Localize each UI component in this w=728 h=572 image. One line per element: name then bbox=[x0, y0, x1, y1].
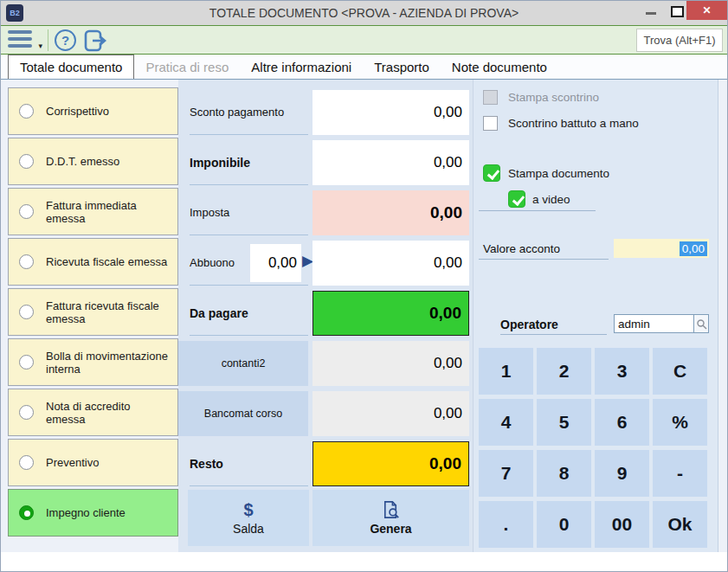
minimize-button[interactable] bbox=[639, 1, 663, 20]
doc-type-label: Impegno cliente bbox=[46, 506, 126, 519]
doc-type-label: D.D.T. emesso bbox=[46, 155, 119, 168]
valore-acconto-label: Valore acconto bbox=[483, 242, 560, 255]
exit-icon bbox=[84, 29, 108, 52]
hamburger-menu-button[interactable]: ▾ bbox=[8, 30, 42, 51]
doc-type-preventivo[interactable]: Preventivo bbox=[8, 439, 178, 486]
a-video-label: a video bbox=[532, 193, 570, 206]
stampa-scontrino-checkbox bbox=[483, 90, 498, 105]
doc-type-fattura-ricevuta-fiscale[interactable]: Fattura ricevuta fiscale emessa bbox=[8, 288, 178, 336]
numpad-key-clear[interactable]: C bbox=[653, 348, 707, 395]
abbuono-field[interactable]: 0,00 bbox=[312, 241, 469, 286]
help-icon: ? bbox=[61, 33, 69, 48]
imponibile-label: Imponibile bbox=[190, 140, 308, 185]
doc-type-bolla-movimentazione[interactable]: Bolla di movimentazione interna bbox=[8, 338, 178, 386]
title-bar: B2 TOTALE DOCUMENTO <PROVA - AZIENDA DI … bbox=[1, 1, 727, 25]
contanti2-field[interactable]: 0,00 bbox=[312, 341, 469, 386]
toolbar-separator bbox=[48, 29, 48, 51]
numpad-key-9[interactable]: 9 bbox=[595, 450, 649, 497]
radio-icon bbox=[19, 204, 34, 219]
radio-selected-icon bbox=[19, 505, 34, 520]
doc-type-label: Preventivo bbox=[46, 456, 99, 469]
sconto-pagamento-field[interactable]: 0,00 bbox=[312, 90, 469, 135]
operatore-search-button[interactable] bbox=[693, 314, 709, 333]
numpad-key-7[interactable]: 7 bbox=[479, 450, 533, 497]
numpad: 1 2 3 C 4 5 6 % 7 8 9 - . 0 00 Ok bbox=[479, 348, 707, 548]
tab-pratica-di-reso[interactable]: Pratica di reso bbox=[134, 55, 240, 79]
numpad-key-1[interactable]: 1 bbox=[479, 348, 533, 395]
numpad-key-minus[interactable]: - bbox=[653, 450, 707, 497]
abbuono-entry-field[interactable]: 0,00 bbox=[250, 244, 301, 282]
tab-note-documento[interactable]: Note documento bbox=[441, 55, 558, 79]
operatore-underline bbox=[500, 334, 607, 335]
numpad-key-ok[interactable]: Ok bbox=[653, 501, 707, 548]
doc-type-label: Fattura ricevuta fiscale emessa bbox=[46, 299, 171, 325]
numpad-key-3[interactable]: 3 bbox=[595, 348, 649, 395]
numpad-key-8[interactable]: 8 bbox=[537, 450, 591, 497]
maximize-button[interactable] bbox=[664, 1, 688, 20]
numpad-key-percent[interactable]: % bbox=[653, 399, 707, 446]
tab-altre-informazioni[interactable]: Altre informazioni bbox=[240, 55, 363, 79]
valore-acconto-field[interactable]: 0,00 bbox=[614, 239, 709, 258]
da-pagare-label: Da pagare bbox=[190, 291, 308, 336]
a-video-checkbox[interactable] bbox=[508, 190, 525, 208]
doc-type-label: Fattura immediata emessa bbox=[46, 199, 171, 225]
bancomat-corso-field[interactable]: 0,00 bbox=[312, 391, 469, 436]
doc-type-nota-accredito[interactable]: Nota di accredito emessa bbox=[8, 389, 178, 436]
doc-type-label: Corrispettivo bbox=[46, 105, 109, 118]
radio-icon bbox=[19, 355, 34, 370]
sconto-pagamento-label: Sconto pagamento bbox=[190, 90, 308, 135]
exit-button[interactable] bbox=[84, 29, 108, 52]
imposta-field: 0,00 bbox=[312, 190, 469, 235]
chevron-down-icon: ▾ bbox=[38, 42, 42, 50]
imponibile-field[interactable]: 0,00 bbox=[312, 140, 469, 185]
find-box[interactable]: Trova (Alt+F1) bbox=[636, 29, 723, 52]
stampa-documento-label: Stampa documento bbox=[508, 167, 609, 180]
salda-button[interactable]: $ Salda bbox=[188, 490, 309, 546]
radio-icon bbox=[19, 104, 34, 119]
valore-acconto-underline bbox=[479, 259, 609, 260]
stampa-scontrino-label: Stampa scontrino bbox=[508, 91, 599, 104]
options-divider bbox=[479, 210, 596, 211]
da-pagare-field: 0,00 bbox=[312, 291, 469, 336]
tab-trasporto[interactable]: Trasporto bbox=[363, 55, 441, 79]
close-button[interactable]: ✕ bbox=[686, 1, 727, 20]
bancomat-corso-label: Bancomat corso bbox=[178, 391, 308, 436]
numpad-key-2[interactable]: 2 bbox=[537, 348, 591, 395]
radio-icon bbox=[19, 305, 34, 319]
numpad-key-5[interactable]: 5 bbox=[537, 399, 591, 446]
radio-icon bbox=[19, 154, 34, 169]
numpad-key-0[interactable]: 0 bbox=[537, 501, 591, 548]
valore-acconto-value: 0,00 bbox=[680, 241, 707, 256]
tab-totale-documento[interactable]: Totale documento bbox=[8, 55, 134, 79]
content-area: Corrispettivo D.D.T. emesso Fattura imme… bbox=[1, 80, 728, 552]
doc-type-label: Nota di accredito emessa bbox=[46, 400, 171, 426]
hamburger-icon bbox=[8, 30, 32, 34]
contanti2-label: contanti2 bbox=[178, 341, 308, 386]
numpad-key-4[interactable]: 4 bbox=[479, 399, 533, 446]
operatore-input[interactable] bbox=[614, 314, 694, 333]
tab-bar: Totale documento Pratica di reso Altre i… bbox=[1, 55, 727, 80]
genera-label: Genera bbox=[370, 522, 411, 536]
doc-type-label: Bolla di movimentazione interna bbox=[46, 350, 171, 376]
salda-label: Salda bbox=[233, 522, 264, 536]
dollar-icon: $ bbox=[243, 500, 253, 520]
numpad-key-decimal[interactable]: . bbox=[479, 501, 533, 548]
scontrino-battuto-a-mano-checkbox[interactable] bbox=[483, 116, 498, 131]
numpad-key-00[interactable]: 00 bbox=[595, 501, 649, 548]
operatore-label: Operatore bbox=[500, 318, 558, 331]
search-icon bbox=[696, 318, 707, 330]
numpad-key-6[interactable]: 6 bbox=[595, 399, 649, 446]
resto-field: 0,00 bbox=[312, 441, 469, 486]
doc-type-ddt-emesso[interactable]: D.D.T. emesso bbox=[8, 138, 178, 185]
help-button[interactable]: ? bbox=[55, 29, 76, 51]
genera-button[interactable]: Genera bbox=[312, 490, 469, 546]
doc-type-impegno-cliente[interactable]: Impegno cliente bbox=[8, 489, 178, 537]
window-title: TOTALE DOCUMENTO <PROVA - AZIENDA DI PRO… bbox=[1, 1, 727, 25]
doc-type-fattura-immediata[interactable]: Fattura immediata emessa bbox=[8, 188, 178, 235]
doc-type-corrispettivo[interactable]: Corrispettivo bbox=[8, 87, 178, 135]
doc-type-ricevuta-fiscale[interactable]: Ricevuta fiscale emessa bbox=[8, 238, 178, 286]
scontrino-battuto-a-mano-label: Scontrino battuto a mano bbox=[508, 117, 639, 130]
generate-document-icon bbox=[381, 500, 401, 520]
radio-icon bbox=[19, 455, 34, 470]
stampa-documento-checkbox[interactable] bbox=[483, 164, 500, 182]
